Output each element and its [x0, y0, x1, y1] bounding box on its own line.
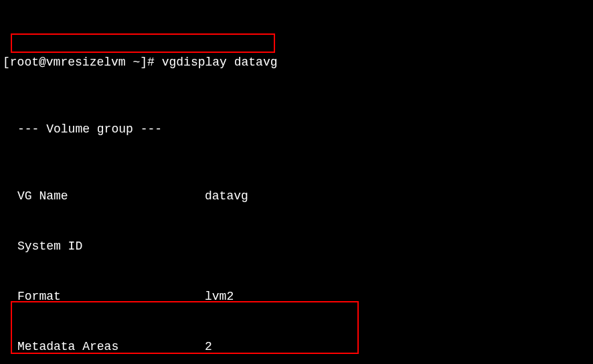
field-label: Metadata Areas	[3, 339, 205, 355]
command-text: vgdisplay datavg	[162, 54, 278, 71]
field-vg-name: VG Namedatavg	[3, 188, 590, 205]
field-system-id: System ID	[3, 238, 590, 255]
field-label: System ID	[3, 238, 205, 255]
field-value: lvm2	[205, 288, 234, 305]
section-header: --- Volume group ---	[3, 121, 590, 138]
shell-prompt-line[interactable]: [root@vmresizelvm ~]# vgdisplay datavg	[3, 54, 590, 71]
prompt-user-host: root@vmresizelvm ~	[10, 54, 140, 71]
field-value: datavg	[205, 188, 248, 205]
prompt-open-bracket: [	[3, 54, 10, 71]
prompt-close-bracket: ]#	[140, 54, 155, 71]
field-label: VG Name	[3, 188, 205, 205]
field-metadata-areas: Metadata Areas2	[3, 339, 590, 355]
field-format: Formatlvm2	[3, 288, 590, 305]
highlight-box-vg-name	[11, 33, 275, 53]
prompt-space	[155, 54, 162, 71]
field-label: Format	[3, 288, 205, 305]
terminal-window: [root@vmresizelvm ~]# vgdisplay datavg -…	[0, 0, 593, 364]
field-value: 2	[205, 339, 212, 355]
